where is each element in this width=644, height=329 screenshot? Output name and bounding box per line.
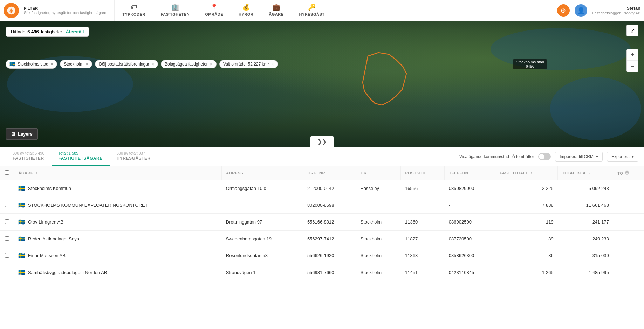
chip-close-stockholm[interactable]: × [85,62,88,67]
row-total-boa-2: 241 177 [558,214,613,231]
row-tot-1 [613,197,644,214]
row-fast-totalt-5: 1 265 [495,264,558,281]
user-icon-button[interactable]: 👤 [575,4,587,17]
results-count-box: Hittade 6 496 fastigheter Återställ [6,27,89,37]
zoom-in-button[interactable]: + [627,49,638,61]
svg-point-3 [491,28,631,70]
tab-fastighetsagare-label: FASTIGHETSÄGARE [59,156,103,161]
row-checkbox-5[interactable] [5,270,9,274]
row-flag-2: 🇸🇪 [18,219,25,225]
row-flag-4: 🇸🇪 [18,252,25,259]
zoom-out-button[interactable]: − [627,61,638,72]
row-fast-totalt-1: 7 888 [495,197,558,214]
map-area: Stockholms stad 6496 Hittade 6 496 fasti… [0,21,644,147]
chip-stockholm[interactable]: Stockholm × [60,60,92,68]
row-postkod-3: 11827 [401,231,445,247]
table-row: 🇸🇪 STOCKHOLMS KOMMUN/ EXPLOATERINGSKONTO… [0,197,644,214]
chip-close-stockholms-stad[interactable]: × [50,62,53,67]
tab-hyresgaster[interactable]: 300 av totalt 937 HYRESGÄSTER [110,147,158,166]
nav-item-agare[interactable]: 💼 ÄGARE [261,0,291,21]
row-agare-1: 🇸🇪 STOCKHOLMS KOMMUN/ EXPLOATERINGSKONTO… [14,197,222,214]
select-all-checkbox[interactable] [5,170,9,175]
tab-fastigheter-count: 300 av totalt 6 496 [13,151,44,155]
row-telefon-1: - [445,197,495,214]
row-telefon-4: 0858626300 [445,247,495,264]
table-settings-icon[interactable]: ⚙ [624,170,630,176]
export-button[interactable]: Exportera ▾ [607,152,638,162]
import-crm-button[interactable]: Importera till CRM + [555,152,603,162]
results-unit: fastigheter [41,29,62,34]
agare-sort[interactable]: ÄGARE › [19,171,218,176]
row-checkbox-cell [0,214,14,231]
row-ort-3: Stockholm [356,231,401,247]
svg-point-4 [550,77,641,140]
toggle-switch[interactable] [538,153,551,160]
row-flag-1: 🇸🇪 [18,202,25,208]
chip-stockholms-stad[interactable]: 🇸🇪 Stockholms stad × [6,60,57,69]
row-checkbox-4[interactable] [5,253,9,258]
row-postkod-5: 11451 [401,264,445,281]
row-checkbox-2[interactable] [5,219,9,224]
col-tot: TO ⚙ [613,166,644,180]
row-agare-name-2: Olov Lindgren AB [28,219,63,225]
nav-item-typkoder[interactable]: 🏷 TYPKODER [115,0,153,21]
chip-close-bolagsagda[interactable]: × [210,62,213,67]
row-adress-1 [222,197,303,214]
owners-table: ÄGARE › ADRESS ORG. NR. ORT POSTKOD [0,166,644,281]
layers-button[interactable]: ⊞ Layers [6,128,38,140]
col-agare: ÄGARE › [14,166,222,180]
nav-item-fastigheten[interactable]: 🏢 FASTIGHETEN [153,0,198,21]
row-agare-3: 🇸🇪 Rederi Aktiebolaget Soya [14,231,222,247]
chip-dolj[interactable]: Dölj bostadsrättsföreningar × [95,60,158,68]
tab-hyresgaster-count: 300 av totalt 937 [117,151,151,155]
nav-label-hyresgast: HYRESGÄST [299,12,324,16]
row-adress-2: Drottninggatan 97 [222,214,303,231]
tab-hyresgaster-label: HYRESGÄSTER [117,156,151,161]
col-postkod: POSTKOD [401,166,445,180]
row-tot-0 [613,180,644,197]
user-info: Stefan Fastighetsloggen Propify AB [592,6,640,15]
nav-item-omrade[interactable]: 📍 OMRÅDE [197,0,231,21]
fast-totalt-sort[interactable]: FAST. TOTALT › [500,171,553,176]
filter-section: FILTER Sök fastigheter, hyresgäster och … [24,0,115,21]
row-checkbox-0[interactable] [5,186,9,190]
row-checkbox-3[interactable] [5,236,9,241]
row-fast-totalt-2: 119 [495,214,558,231]
table-row: 🇸🇪 Rederi Aktiebolaget Soya Swedenborgsg… [0,231,644,247]
collapse-button[interactable]: ❯❯ [310,136,334,147]
nav-item-hyror[interactable]: 💰 HYROR [231,0,261,21]
chip-close-valt-omrade[interactable]: × [271,62,274,67]
row-adress-3: Swedenborgsgatan 19 [222,231,303,247]
col-total-boa: TOTAL BOA › [558,166,613,180]
row-flag-3: 🇸🇪 [18,235,25,242]
total-boa-sort[interactable]: TOTAL BOA › [562,171,609,176]
data-table: ÄGARE › ADRESS ORG. NR. ORT POSTKOD [0,166,644,329]
row-flag-0: 🇸🇪 [18,185,25,192]
chip-close-dolj[interactable]: × [151,62,154,67]
reset-button[interactable]: Återställ [66,29,84,34]
nav-items-container: 🏷 TYPKODER 🏢 FASTIGHETEN 📍 OMRÅDE 💰 HYRO… [115,0,557,21]
chip-bolagsagda[interactable]: Bolagsägda fastigheter × [161,60,217,68]
row-checkbox-1[interactable] [5,203,9,207]
table-row: 🇸🇪 Samhällsbyggnadsbolaget i Norden AB S… [0,264,644,281]
row-postkod-0: 16556 [401,180,445,197]
table-row: 🇸🇪 Olov Lindgren AB Drottninggatan 97 55… [0,214,644,231]
tab-fastigheter[interactable]: 300 av totalt 6 496 FASTIGHETER [6,147,52,166]
map-location-label: Stockholms stad 6496 [513,59,547,69]
row-ort-2: Stockholm [356,214,401,231]
chip-valt-omrade[interactable]: Valt område: 52 227 km² × [219,60,278,68]
hyresgast-icon: 🔑 [308,3,316,11]
tab-fastighetsagare[interactable]: Totalt 1 585 FASTIGHETSÄGARE [52,147,110,166]
help-icon-button[interactable]: ⊕ [557,4,570,17]
toggle-label: Visa ägande kommun/stad på tomträtter [459,154,534,159]
row-ort-0: Hässelby [356,180,401,197]
fullscreen-button[interactable]: ⤢ [626,25,638,36]
total-boa-sort-icon: › [589,171,590,176]
app-logo[interactable] [4,3,19,18]
export-arrow-icon: ▾ [632,154,634,159]
row-ort-1 [356,197,401,214]
nav-item-hyresgast[interactable]: 🔑 HYRESGÄST [291,0,332,21]
fullscreen-icon: ⤢ [630,27,635,34]
map-location-title: Stockholms stad [516,60,544,64]
row-telefon-5: 0423110845 [445,264,495,281]
